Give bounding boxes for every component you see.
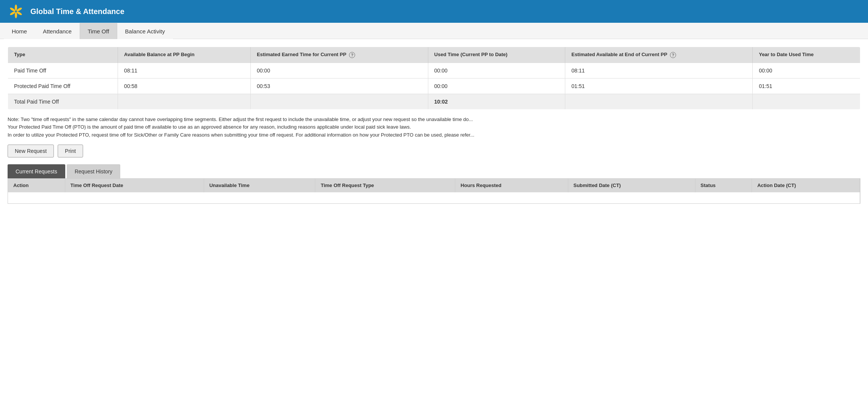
requests-table: Action Time Off Request Date Unavailable… xyxy=(8,179,860,204)
new-request-button[interactable]: New Request xyxy=(8,145,54,157)
table-row: Protected Paid Time Off 00:58 00:53 00:0… xyxy=(8,78,860,94)
col-used-time: Used Time (Current PP to Date) xyxy=(428,47,565,63)
nav-time-off[interactable]: Time Off xyxy=(80,23,117,39)
row-estimated-earned: 00:53 xyxy=(250,78,428,94)
table-row: Paid Time Off 08:11 00:00 00:00 08:11 00… xyxy=(8,63,860,78)
row-ytd-used: 01:51 xyxy=(753,78,860,94)
svg-point-0 xyxy=(15,5,17,11)
row-type: Paid Time Off xyxy=(8,63,118,78)
requests-container: Action Time Off Request Date Unavailable… xyxy=(8,178,860,204)
req-col-type: Time Off Request Type xyxy=(315,179,455,192)
tabs-row: Current Requests Request History xyxy=(8,164,860,178)
row-used-time: 00:00 xyxy=(428,63,565,78)
notes-section: Note: Two "time off requests" in the sam… xyxy=(8,116,860,139)
header: Global Time & Attendance xyxy=(0,0,868,23)
col-estimated-available: Estimated Available at End of Current PP… xyxy=(565,47,753,63)
app-title: Global Time & Attendance xyxy=(30,7,124,16)
note-2: Your Protected Paid Time Off (PTO) is th… xyxy=(8,123,860,131)
col-estimated-earned: Estimated Earned Time for Current PP ? xyxy=(250,47,428,63)
tab-request-history[interactable]: Request History xyxy=(67,164,121,178)
svg-point-1 xyxy=(15,12,17,18)
nav-bar: Home Attendance Time Off Balance Activit… xyxy=(0,23,868,39)
req-col-action: Action xyxy=(8,179,65,192)
nav-home[interactable]: Home xyxy=(4,23,35,39)
req-col-date: Time Off Request Date xyxy=(65,179,204,192)
req-col-status: Status xyxy=(695,179,752,192)
total-estimated-available: 10:02 xyxy=(428,94,565,109)
row-estimated-available: 08:11 xyxy=(565,63,753,78)
row-available-balance: 08:11 xyxy=(118,63,251,78)
row-used-time: 00:00 xyxy=(428,78,565,94)
tab-current-requests[interactable]: Current Requests xyxy=(8,164,65,178)
balance-table: Type Available Balance at PP Begin Estim… xyxy=(8,47,860,110)
walmart-logo xyxy=(8,3,24,20)
total-label: Total Paid Time Off xyxy=(8,94,118,109)
req-col-hours: Hours Requested xyxy=(455,179,568,192)
row-estimated-earned: 00:00 xyxy=(250,63,428,78)
row-ytd-used: 00:00 xyxy=(753,63,860,78)
req-col-submitted: Submitted Date (CT) xyxy=(568,179,695,192)
col-type: Type xyxy=(8,47,118,63)
total-row: Total Paid Time Off 10:02 xyxy=(8,94,860,109)
note-1: Note: Two "time off requests" in the sam… xyxy=(8,116,860,124)
row-estimated-available: 01:51 xyxy=(565,78,753,94)
col-available-balance: Available Balance at PP Begin xyxy=(118,47,251,63)
estimated-available-help-icon[interactable]: ? xyxy=(670,52,676,58)
col-ytd-used: Year to Date Used Time xyxy=(753,47,860,63)
print-button[interactable]: Print xyxy=(58,145,83,157)
req-col-action-date: Action Date (CT) xyxy=(752,179,860,192)
table-row xyxy=(8,192,860,203)
estimated-earned-help-icon[interactable]: ? xyxy=(349,52,355,58)
main-content: Type Available Balance at PP Begin Estim… xyxy=(0,39,868,211)
action-buttons: New Request Print xyxy=(8,145,860,157)
row-type: Protected Paid Time Off xyxy=(8,78,118,94)
nav-attendance[interactable]: Attendance xyxy=(35,23,80,39)
row-available-balance: 00:58 xyxy=(118,78,251,94)
req-col-unavailable: Unavailable Time xyxy=(204,179,315,192)
note-3: In order to utilize your Protected PTO, … xyxy=(8,131,860,139)
nav-balance-activity[interactable]: Balance Activity xyxy=(117,23,173,39)
